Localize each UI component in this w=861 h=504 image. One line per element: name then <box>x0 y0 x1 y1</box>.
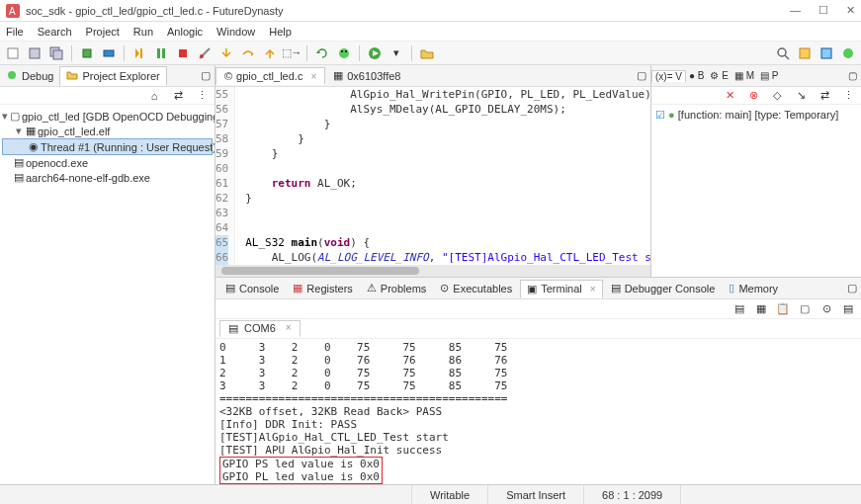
pause-icon[interactable] <box>152 44 170 62</box>
save-icon[interactable] <box>26 44 43 62</box>
goto-icon[interactable]: ↘ <box>792 87 810 105</box>
svg-point-17 <box>341 50 343 52</box>
menu-anlogic[interactable]: Anlogic <box>167 26 203 38</box>
tab-close-icon[interactable]: × <box>286 322 292 335</box>
svg-rect-11 <box>162 48 165 58</box>
vars-min-icon[interactable]: ▢ <box>843 67 861 85</box>
editor-tab-disassembly[interactable]: ▦ 0x6103ffe8 <box>325 67 408 84</box>
terminal-output[interactable]: 0 3 2 0 75 75 85 75 1 3 2 0 76 76 86 76 … <box>215 339 861 484</box>
breakpoints-tab[interactable]: ● B <box>686 70 708 81</box>
debug-perspective-icon[interactable] <box>839 44 857 62</box>
svg-rect-3 <box>30 48 40 58</box>
menu-file[interactable]: File <box>6 26 24 38</box>
disconnect-icon[interactable] <box>196 44 214 62</box>
resume-icon[interactable] <box>130 44 148 62</box>
save-all-icon[interactable] <box>47 44 65 62</box>
vars-row[interactable]: ☑ ● [function: main] [type: Temporary] <box>655 109 857 122</box>
term-copy-icon[interactable]: 📋 <box>774 300 792 318</box>
tree-gdb[interactable]: ▤ aarch64-none-elf-gdb.exe <box>2 170 213 185</box>
debug-icon[interactable] <box>335 44 353 62</box>
debug-view-tab[interactable]: Debug <box>0 67 59 85</box>
modules-tab[interactable]: ▦ M <box>732 70 757 81</box>
menubar: File Search Project Run Anlogic Window H… <box>0 22 861 42</box>
term-clear-icon[interactable]: ▦ <box>752 300 770 318</box>
perspective-icon[interactable] <box>796 44 814 62</box>
tree-thread[interactable]: ◉ Thread #1 (Running : User Request) <box>2 138 213 155</box>
memory-tab[interactable]: ▯Memory <box>723 280 784 296</box>
maximize-icon[interactable]: ☐ <box>818 4 828 17</box>
menu-icon[interactable]: ⋮ <box>193 87 211 105</box>
home-icon[interactable]: ⌂ <box>145 87 163 105</box>
step-into-icon[interactable] <box>217 44 235 62</box>
debugger-console-tab[interactable]: ▤Debugger Console <box>605 280 722 296</box>
executables-tab[interactable]: ⊙Executables <box>434 280 518 296</box>
run-icon[interactable] <box>366 44 384 62</box>
problems-icon: ⚠ <box>367 282 377 294</box>
code-editor[interactable]: 5556575859606162636465666768 AlGpio_Hal_… <box>215 87 650 265</box>
registers-icon: ▦ <box>293 282 302 294</box>
svg-line-22 <box>785 55 789 59</box>
restart-icon[interactable] <box>313 44 331 62</box>
menu-help[interactable]: Help <box>269 26 292 38</box>
toggle-icon[interactable] <box>100 44 118 62</box>
svg-rect-24 <box>821 48 831 58</box>
status-writable: Writable <box>411 485 487 504</box>
term-pin-icon[interactable]: ▤ <box>839 300 857 318</box>
editor-hscrollbar[interactable] <box>215 265 650 277</box>
console-tab[interactable]: ▤Console <box>219 280 285 296</box>
terminal-tab[interactable]: ▣Terminal× <box>520 280 602 298</box>
term-scroll-icon[interactable]: ⊙ <box>818 300 835 318</box>
menu-run[interactable]: Run <box>133 26 153 38</box>
executables-icon: ⊙ <box>440 282 449 294</box>
debug-tree: ▾▢ gpio_ctl_led [GDB OpenOCD Debugging] … <box>0 105 215 484</box>
remove-icon[interactable]: ✕ <box>721 87 738 105</box>
com-port-tab[interactable]: ▤ COM6 × <box>219 320 301 337</box>
minimize-icon[interactable]: — <box>790 4 801 17</box>
terminal-icon: ▣ <box>527 283 537 295</box>
link-icon[interactable]: ⇄ <box>816 87 833 105</box>
perspective2-icon[interactable] <box>818 44 835 62</box>
editor-max-icon[interactable]: ▢ <box>633 67 650 85</box>
search-icon[interactable] <box>774 44 792 62</box>
project-explorer-tab[interactable]: Project Explorer <box>59 66 166 86</box>
dropdown-icon[interactable]: ▾ <box>387 44 405 62</box>
menu-project[interactable]: Project <box>86 26 120 38</box>
expressions-tab[interactable]: ⚙ E <box>707 70 731 81</box>
sync-icon[interactable]: ⇄ <box>169 87 187 105</box>
menu-search[interactable]: Search <box>38 26 72 38</box>
vars-menu-icon[interactable]: ⋮ <box>839 87 857 105</box>
term-paste-icon[interactable]: ▢ <box>796 300 814 318</box>
left-pane: Debug Project Explorer ▢ ⌂ ⇄ ⋮ ▾▢ gpio_c… <box>0 65 215 484</box>
variables-tab[interactable]: (x)= V <box>651 70 686 82</box>
stop-icon[interactable] <box>174 44 192 62</box>
skip-icon[interactable]: ◇ <box>768 87 786 105</box>
step-over-icon[interactable] <box>239 44 257 62</box>
tab-close-icon[interactable]: × <box>590 284 596 294</box>
main-toolbar: ⬚→ ▾ <box>0 42 861 65</box>
svg-point-26 <box>8 71 16 79</box>
term-new-icon[interactable]: ▤ <box>731 300 748 318</box>
open-folder-icon[interactable] <box>418 44 436 62</box>
new-icon[interactable] <box>4 44 22 62</box>
c-file-icon: © <box>224 70 232 82</box>
editor-tab-source[interactable]: © gpio_ctl_led.c × <box>215 67 325 85</box>
svg-rect-5 <box>53 50 62 59</box>
step-return-icon[interactable] <box>261 44 279 62</box>
problems-tab[interactable]: ⚠Problems <box>361 280 432 296</box>
bottom-max-icon[interactable]: ▢ <box>843 280 861 297</box>
registers-tab[interactable]: ▦Registers <box>287 280 358 296</box>
variables-pane: (x)= V ● B ⚙ E ▦ M ▤ P ▢ ✕ ⊗ ◇ ↘ ⇄ ⋮ <box>651 65 861 277</box>
menu-window[interactable]: Window <box>216 26 255 38</box>
close-icon[interactable]: ✕ <box>846 4 855 17</box>
status-insert: Smart Insert <box>487 485 583 504</box>
tree-launch[interactable]: ▾▢ gpio_ctl_led [GDB OpenOCD Debugging] <box>2 109 213 124</box>
pane-minimize-icon[interactable]: ▢ <box>197 67 215 85</box>
tree-openocd[interactable]: ▤ openocd.exe <box>2 155 213 170</box>
instruction-step-icon[interactable]: ⬚→ <box>283 44 301 62</box>
binary-icon: ▦ <box>333 69 343 82</box>
tab-close-icon[interactable]: × <box>310 71 316 82</box>
build-icon[interactable] <box>78 44 96 62</box>
peripherals-tab[interactable]: ▤ P <box>757 70 781 81</box>
remove-all-icon[interactable]: ⊗ <box>744 87 762 105</box>
tree-elf[interactable]: ▾▦ gpio_ctl_led.elf <box>2 124 213 138</box>
